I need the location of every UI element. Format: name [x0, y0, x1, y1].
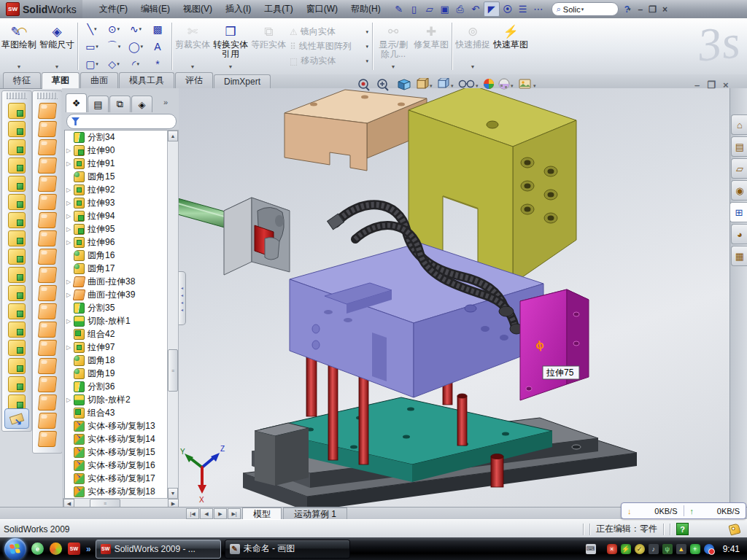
search-tab[interactable]: ◉ — [731, 180, 747, 201]
expand-arrow-icon[interactable]: ▷ — [66, 213, 74, 219]
menu-item[interactable]: 视图(V) — [177, 1, 219, 18]
taskbar-clock[interactable]: 9:41 — [723, 544, 740, 554]
sketch-draw-button[interactable]: ✎◠ 草图绘制 ▼ — [1, 20, 37, 73]
expand-arrow-icon[interactable]: ▷ — [66, 160, 74, 167]
extruded-surface[interactable] — [38, 139, 57, 155]
lofted-surface[interactable] — [38, 158, 57, 174]
convert-entities-button[interactable]: ❒ 转换实体引用 ▼ — [212, 20, 249, 73]
ribbon-tab[interactable]: 曲面 — [80, 72, 118, 88]
tray-network-warning[interactable]: ▲ — [676, 544, 686, 554]
tree-item[interactable]: ▷ 分割34 — [65, 131, 168, 144]
selection-box[interactable]: ▩ — [147, 21, 168, 37]
tree-item[interactable]: ▷ 切除-放样1 — [65, 314, 168, 327]
chevron-down-icon[interactable]: ▼ — [17, 62, 22, 73]
reference-geometry[interactable] — [38, 413, 57, 429]
tray-shield-power[interactable]: ⚡ — [621, 544, 631, 554]
rapid-sketch-button[interactable]: ⚡ 快速草图 — [492, 20, 529, 73]
tree-item[interactable]: ▷ 曲面-拉伸38 — [65, 275, 168, 288]
restore-button[interactable]: ❐ — [649, 4, 657, 15]
thicken[interactable] — [38, 230, 57, 246]
chamfer[interactable] — [8, 194, 26, 210]
hole-wizard[interactable] — [8, 212, 26, 228]
fillet-surface[interactable] — [38, 358, 57, 374]
rebuild-traffic-light[interactable]: ⦿ — [500, 2, 515, 16]
tree-item[interactable]: ▷ 拉伸91 — [65, 157, 168, 170]
replace-face[interactable] — [38, 340, 57, 356]
planar-surface[interactable] — [38, 212, 57, 228]
options[interactable]: ☰ — [516, 2, 530, 16]
menu-item[interactable]: 工具(T) — [258, 1, 299, 18]
split[interactable] — [8, 267, 26, 283]
extruded-boss[interactable] — [8, 103, 26, 119]
chevron-down-icon[interactable]: ▼ — [55, 62, 60, 73]
zoom-fit-icon[interactable] — [359, 79, 369, 90]
quick-launch-solidworks[interactable]: SW — [68, 542, 80, 555]
tree-item[interactable]: ▷ 拉伸90 — [65, 144, 168, 157]
extruded-cut[interactable] — [8, 121, 26, 137]
slot[interactable]: ▢▾ — [82, 56, 102, 72]
select-arrow[interactable]: ◤ — [484, 1, 500, 17]
tree-item[interactable]: ▷ 拉伸96 — [65, 236, 168, 249]
tray-keyboard[interactable]: ⌨ — [586, 544, 596, 554]
tray-signal[interactable]: ψ — [662, 544, 673, 554]
search-input[interactable]: ⌕ Solic ▾ — [551, 2, 619, 16]
hide-show-items-icon[interactable] — [460, 81, 474, 88]
scene-icon[interactable] — [499, 79, 509, 89]
menu-item[interactable]: 插入(I) — [219, 1, 258, 18]
dimxpert-manager-tab[interactable]: ◈ — [131, 96, 152, 112]
display-style-icon[interactable] — [438, 78, 449, 88]
taskbar-window-button[interactable]: SW SolidWorks 2009 - ... — [96, 540, 221, 559]
arc[interactable]: ⌒▾ — [104, 39, 124, 55]
viewport-3d-model[interactable]: ϕ 拉伸75 Y Z X — [179, 88, 729, 507]
tray-update[interactable]: ✓ — [635, 544, 645, 554]
linear-pattern[interactable] — [8, 230, 26, 246]
tree-item[interactable]: ▷ 实体-移动/复制15 — [65, 446, 168, 459]
shell[interactable] — [8, 249, 26, 265]
smart-dimension-button[interactable]: ◈ 智能尺寸 ▼ — [39, 20, 75, 73]
tree-item[interactable]: ▷ 实体-移动/复制13 — [65, 419, 168, 432]
tags-icon[interactable] — [728, 523, 740, 535]
pin-toolbar[interactable]: ✎ — [392, 2, 406, 16]
swept-boss[interactable] — [8, 158, 26, 174]
prev-tab-button[interactable]: ◀ — [200, 508, 213, 519]
tree-item[interactable]: ▷ 分割36 — [65, 380, 168, 393]
chevron-down-icon[interactable]: ▼ — [228, 62, 233, 73]
expand-arrow-icon[interactable]: ▷ — [66, 397, 74, 403]
new-file[interactable]: ▯ — [407, 2, 422, 16]
curve[interactable] — [38, 431, 57, 447]
part-clamp-block[interactable] — [255, 423, 309, 486]
minimize-button[interactable]: – — [638, 4, 643, 15]
next-tab-button[interactable]: ▶ — [214, 508, 227, 519]
appearances-icon[interactable] — [484, 79, 494, 89]
tree-item[interactable]: ▷ 组合43 — [65, 406, 168, 419]
appearances-scenes-tab[interactable]: ◕ — [731, 224, 747, 244]
tree-item[interactable]: ▷ 圆角15 — [65, 170, 168, 183]
tray-security-alert[interactable]: × — [607, 544, 617, 554]
expand-arrow-icon[interactable]: ▷ — [66, 344, 74, 351]
document-tab[interactable]: 模型 — [242, 508, 282, 520]
trim-surface[interactable] — [38, 267, 57, 283]
design-tree-tab[interactable]: ❖ — [66, 93, 87, 112]
tree-item[interactable]: ▷ 实体-移动/复制16 — [65, 459, 168, 472]
tree-filter-input[interactable] — [66, 114, 177, 129]
tree-item[interactable]: ▷ 实体-移动/复制18 — [65, 485, 168, 498]
reference-geometry[interactable] — [8, 340, 26, 356]
delete-face[interactable] — [38, 322, 57, 338]
doc-restore-button[interactable]: ❐ — [707, 79, 716, 90]
tray-audio[interactable]: ♪ — [649, 544, 659, 554]
tray-antivirus[interactable]: + — [690, 544, 700, 554]
expand-arrow-icon[interactable]: ▷ — [66, 226, 74, 233]
spline[interactable]: ∿▾ — [125, 21, 146, 37]
tree-item[interactable]: ▷ 组合42 — [65, 327, 168, 341]
text[interactable]: A — [147, 39, 168, 55]
untrim-surface[interactable] — [38, 303, 57, 319]
view-palette-tab[interactable]: ⊞ — [729, 202, 747, 222]
offset-surface[interactable] — [38, 194, 57, 210]
document-tab[interactable]: 运动算例 1 — [283, 508, 347, 520]
property-manager-tab[interactable]: ▤ — [88, 96, 109, 112]
view-orientation-icon[interactable] — [417, 78, 428, 88]
scrollbar-thumb[interactable]: ≡ — [168, 349, 178, 392]
tree-item[interactable]: ▷ 曲面-拉伸39 — [65, 288, 168, 301]
menu-item[interactable]: 编辑(E) — [134, 1, 177, 18]
ribbon-tab[interactable]: 评估 — [175, 72, 213, 88]
